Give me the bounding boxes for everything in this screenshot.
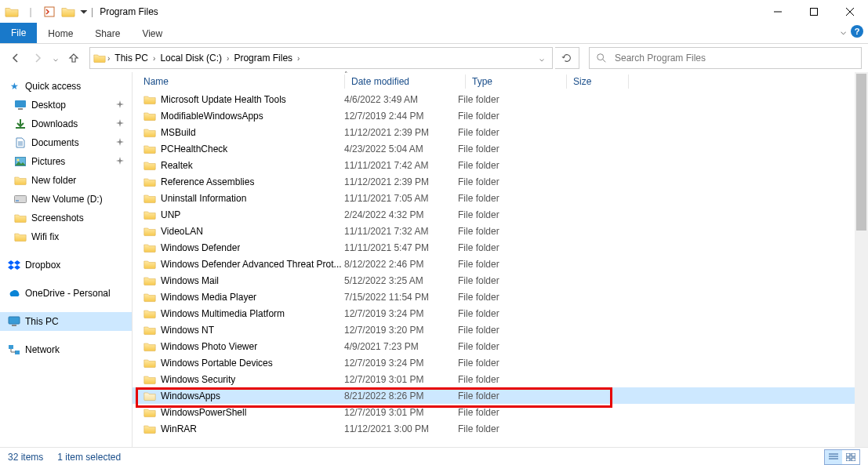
sidebar-item-documents[interactable]: Documents [0,133,132,152]
file-row[interactable]: Windows Multimedia Platform12/7/2019 3:2… [133,305,868,322]
sidebar-item-wifi-fix[interactable]: Wifi fix [0,227,132,246]
qat-customize-dropdown[interactable]: ⏷ [78,3,89,20]
file-row[interactable]: Windows Defender11/11/2021 5:47 PMFile f… [133,239,868,256]
sidebar-item-pictures[interactable]: Pictures [0,152,132,171]
sidebar-item-screenshots[interactable]: Screenshots [0,209,132,227]
breadcrumb-this-pc[interactable]: This PC [111,53,151,64]
file-name: ModifiableWindowsApps [161,111,263,122]
file-row[interactable]: Windows Mail5/12/2022 3:25 AMFile folder [133,272,868,289]
address-dropdown-icon[interactable]: ⌵ [539,54,544,63]
folder-icon [143,324,156,336]
file-row[interactable]: Microsoft Update Health Tools4/6/2022 3:… [133,91,868,107]
recent-dropdown[interactable]: ⌵ [50,49,61,67]
file-row[interactable]: Reference Assemblies11/12/2021 2:39 PMFi… [133,173,868,190]
svg-rect-3 [15,100,26,107]
file-name: PCHealthCheck [161,143,227,154]
up-button[interactable] [64,49,83,67]
search-box[interactable] [589,47,862,69]
file-row[interactable]: Windows Portable Devices12/7/2019 3:24 P… [133,354,868,371]
sidebar-item-new-folder[interactable]: New folder [0,171,132,190]
file-row[interactable]: VideoLAN11/11/2021 7:32 AMFile folder [133,223,868,239]
sidebar-item-quick-access[interactable]: ★ Quick access [0,77,132,96]
file-row[interactable]: Windows NT12/7/2019 3:20 PMFile folder [133,322,868,338]
file-row[interactable]: Windows Photo Viewer4/9/2021 7:23 PMFile… [133,338,868,354]
maximize-button[interactable] [796,0,832,23]
file-type: File folder [458,94,552,105]
forward-button[interactable] [28,49,47,67]
breadcrumb-local-disk[interactable]: Local Disk (C:) [157,53,225,64]
refresh-button[interactable] [555,47,579,69]
back-button[interactable] [6,49,25,67]
file-date: 12/7/2019 3:24 PM [344,308,458,319]
file-row[interactable]: MSBuild11/12/2021 2:39 PMFile folder [133,124,868,140]
column-header-name[interactable]: Name [143,72,344,91]
chevron-right-icon[interactable]: › [225,54,231,63]
help-icon[interactable]: ? [851,25,863,38]
search-input[interactable] [613,52,855,64]
chevron-right-icon[interactable]: › [106,54,111,63]
file-date: 4/23/2022 5:04 AM [344,143,458,154]
svg-rect-11 [9,345,13,349]
column-headers: ˄ Name Date modified Type Size [133,72,868,91]
file-name: Windows Photo Viewer [161,341,257,352]
file-row[interactable]: WindowsPowerShell12/7/2019 3:01 PMFile f… [133,404,868,420]
column-header-size[interactable]: Size [573,72,628,91]
folder-icon [143,143,156,155]
sidebar-item-dropbox[interactable]: Dropbox [0,256,132,274]
sidebar-item-network[interactable]: Network [0,340,132,359]
file-type: File folder [458,242,552,253]
folder-icon [143,406,156,419]
chevron-right-icon[interactable]: › [296,54,301,63]
file-name: Windows Defender Advanced Threat Prot... [161,259,342,270]
scrollbar[interactable] [855,72,868,447]
sidebar-item-downloads[interactable]: Downloads [0,114,132,133]
sidebar-item-this-pc[interactable]: This PC [0,312,132,331]
navigation-pane: ★ Quick access DesktopDownloadsDocuments… [0,72,133,447]
file-row[interactable]: Uninstall Information11/11/2021 7:05 AMF… [133,190,868,206]
file-date: 11/11/2021 7:05 AM [344,193,458,204]
navbar: ⌵ › This PC › Local Disk (C:) › Program … [0,44,868,72]
sidebar-item-new-volume-d-[interactable]: New Volume (D:) [0,190,132,209]
qat-new-folder-icon[interactable] [60,3,77,20]
folder-icon [143,209,156,221]
details-view-button[interactable] [825,450,842,464]
file-row[interactable]: WinRAR11/12/2021 3:00 PMFile folder [133,420,868,437]
file-name: WindowsApps [161,391,220,401]
file-date: 11/12/2021 3:00 PM [344,423,458,434]
file-row[interactable]: Windows Media Player7/15/2022 11:54 PMFi… [133,289,868,305]
file-type: File folder [458,209,552,220]
file-tab[interactable]: File [0,23,37,43]
share-tab[interactable]: Share [84,24,131,43]
sidebar-item-desktop[interactable]: Desktop [0,96,132,114]
chevron-right-icon[interactable]: › [151,54,157,63]
title-separator: | [91,6,93,17]
qat-properties-icon[interactable] [41,3,58,20]
sidebar-item-onedrive[interactable]: OneDrive - Personal [0,284,132,303]
file-name: UNP [161,209,180,220]
view-tab[interactable]: View [131,24,173,43]
svg-rect-4 [18,108,23,110]
thumbnails-view-button[interactable] [842,450,859,464]
qat-folder-icon[interactable] [3,3,20,20]
home-tab[interactable]: Home [37,24,84,43]
dropbox-icon [8,259,20,271]
expand-ribbon-icon[interactable]: ⌵ [841,26,846,37]
column-header-type[interactable]: Type [472,72,566,91]
file-row[interactable]: UNP2/24/2022 4:32 PMFile folder [133,206,868,223]
column-header-date[interactable]: Date modified [351,72,465,91]
file-row[interactable]: Windows Security12/7/2019 3:01 PMFile fo… [133,371,868,387]
folder-icon [143,274,156,287]
file-row[interactable]: WindowsApps8/21/2022 8:26 PMFile folder [133,387,868,404]
file-row[interactable]: PCHealthCheck4/23/2022 5:04 AMFile folde… [133,140,868,157]
file-row[interactable]: Realtek11/11/2021 7:42 AMFile folder [133,157,868,173]
address-bar[interactable]: › This PC › Local Disk (C:) › Program Fi… [89,47,553,69]
close-button[interactable] [832,0,868,23]
folder-icon [143,291,156,303]
file-row[interactable]: Windows Defender Advanced Threat Prot...… [133,256,868,272]
minimize-button[interactable] [760,0,796,23]
folder-icon [143,110,156,122]
file-type: File folder [458,127,552,138]
file-row[interactable]: ModifiableWindowsApps12/7/2019 2:44 PMFi… [133,107,868,124]
breadcrumb-program-files[interactable]: Program Files [231,53,296,64]
scrollbar-thumb[interactable] [856,74,866,231]
